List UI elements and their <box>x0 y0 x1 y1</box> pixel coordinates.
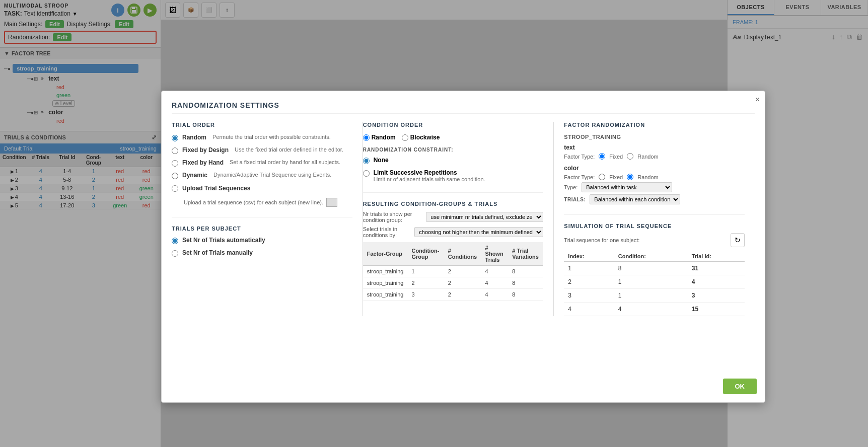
modal-overlay: × RANDOMIZATION SETTINGS TRIAL ORDER Ran… <box>0 0 868 447</box>
radio-dynamic-desc: Dynamic/Adaptive Trial Sequence using Ev… <box>213 172 331 178</box>
fr-text-type-label: Factor Type: <box>564 154 595 160</box>
radio-fixed-hand: Fixed by Hand Set a fixed trial order by… <box>172 159 352 167</box>
sim-col-condition: Condition: <box>614 251 688 262</box>
modal-close-btn[interactable]: × <box>755 95 760 104</box>
col-conditions: # Conditions <box>444 242 481 266</box>
radio-upload: Upload Trial Sequences Upload a trial se… <box>172 184 352 207</box>
radio-auto-input[interactable] <box>172 238 178 244</box>
fr-color-fixed-label: Fixed <box>609 174 623 180</box>
radio-fixed-design-label: Fixed by Design <box>182 146 229 154</box>
sim-row: 4 4 15 <box>564 303 745 316</box>
fr-color-fixed-input[interactable] <box>599 174 605 180</box>
constraint-label: RANDOMIZATION CONSTRAINT: <box>363 147 544 153</box>
fr-trials-label: TRIALS: <box>564 197 586 202</box>
randomization-modal: × RANDOMIZATION SETTINGS TRIAL ORDER Ran… <box>161 91 765 403</box>
refresh-btn[interactable]: ↻ <box>731 233 745 247</box>
condition-order-title: CONDITION ORDER <box>363 122 544 128</box>
fr-group-name: STROOP_TRAINING <box>564 134 745 140</box>
constraint-limit-label: Limit Successive Repetitions <box>374 169 485 176</box>
constraint-none-input[interactable] <box>363 158 370 164</box>
fr-factor-text-name: text <box>564 144 745 151</box>
upload-btn[interactable] <box>326 198 337 207</box>
radio-random-input[interactable] <box>172 135 178 141</box>
factor-rand-col: FACTOR RANDOMIZATION STROOP_TRAINING tex… <box>554 122 755 316</box>
result-table: Factor-Group Condition-Group # Condition… <box>363 242 544 301</box>
trials-subject-title: TRIALS PER SUBJECT <box>172 226 352 232</box>
factor-rand-title: FACTOR RANDOMIZATION <box>564 122 745 128</box>
col-factor-group: Factor-Group <box>363 242 408 266</box>
randomization-constraint: RANDOMIZATION CONSTRAINT: None Limit Suc… <box>363 147 544 182</box>
radio-dynamic-input[interactable] <box>172 173 178 179</box>
main-container: MULTIMODAL STROOP TASK: Text identificat… <box>0 0 868 447</box>
fr-type-dropdown[interactable]: Balanced within task <box>582 182 672 192</box>
fr-factor-text: text Factor Type: Fixed Random <box>564 144 745 160</box>
fr-trials-dropdown[interactable]: Balanced within each condition group <box>590 194 680 204</box>
trial-order-title: TRIAL ORDER <box>172 122 352 128</box>
fr-text-random-input[interactable] <box>627 153 633 160</box>
constraint-limit-input[interactable] <box>363 170 370 177</box>
fr-text-fixed-input[interactable] <box>599 153 605 160</box>
col-shown-trials: # Shown Trials <box>481 242 509 266</box>
radio-fixed-hand-input[interactable] <box>172 160 178 167</box>
radio-fixed-design: Fixed by Design Use the fixed trial orde… <box>172 146 352 154</box>
sim-row: 3 1 3 <box>564 289 745 303</box>
fr-text-fixed-label: Fixed <box>609 154 623 160</box>
nr-trials-label: Nr trials to show per condition group: <box>363 211 422 223</box>
radio-fixed-design-input[interactable] <box>172 147 178 154</box>
col-trial-variations: # Trial Variations <box>508 242 543 266</box>
fr-text-type-row: Factor Type: Fixed Random <box>564 153 745 160</box>
sim-title: SIMULATION OF TRIAL SEQUENCE <box>564 223 745 229</box>
radio-auto-label: Set Nr of Trials automatically <box>182 237 265 244</box>
select-trials-row: Select trials in conditions by: choosing… <box>363 226 544 238</box>
sim-row: 1 8 31 <box>564 262 745 275</box>
cond-random-input[interactable] <box>363 134 370 141</box>
modal-title: RANDOMIZATION SETTINGS <box>172 101 755 114</box>
radio-auto-trials: Set Nr of Trials automatically <box>172 237 352 244</box>
resulting-section: RESULTING CONDITION-GROUPS & TRIALS Nr t… <box>363 192 544 301</box>
fr-color-dropdown-row: Type: Balanced within task <box>564 182 745 192</box>
select-trials-select[interactable]: choosing not higher then the minimum def… <box>414 227 543 237</box>
sim-col-trial-id: Trial Id: <box>688 251 745 262</box>
fr-factor-color: color Factor Type: Fixed Random Type: <box>564 165 745 204</box>
sim-subtitle-text: Trial sequence for one subject: <box>564 237 639 243</box>
fr-color-random-label: Random <box>637 174 659 180</box>
sim-col-index: Index: <box>564 251 614 262</box>
cond-blockwise-input[interactable] <box>402 134 408 141</box>
radio-manual-trials: Set Nr of Trials manually <box>172 249 352 257</box>
constraint-none-label: None <box>374 157 389 164</box>
radio-dynamic-label: Dynamic <box>182 172 207 179</box>
trials-per-subject-section: TRIALS PER SUBJECT Set Nr of Trials auto… <box>172 217 352 257</box>
radio-random-label: Random <box>182 134 206 141</box>
trial-order-col: TRIAL ORDER Random Permute the trial ord… <box>172 122 363 316</box>
constraint-limit: Limit Successive Repetitions Limit nr of… <box>363 169 544 182</box>
factor-rand-section: STROOP_TRAINING text Factor Type: Fixed … <box>564 134 745 204</box>
radio-random: Random Permute the trial order with poss… <box>172 134 352 141</box>
fr-trials-row: TRIALS: Balanced within each condition g… <box>564 194 745 204</box>
cond-random-label: Random <box>372 134 396 141</box>
ok-btn[interactable]: OK <box>723 379 757 394</box>
fr-color-type-row: Factor Type: Fixed Random <box>564 174 745 180</box>
result-row: stroop_training 3 2 4 8 <box>363 289 544 301</box>
radio-dynamic: Dynamic Dynamic/Adaptive Trial Sequence … <box>172 172 352 179</box>
fr-color-type-label: Factor Type: <box>564 174 595 180</box>
sim-subtitle: Trial sequence for one subject: ↻ <box>564 233 745 247</box>
fr-color-random-input[interactable] <box>627 174 633 180</box>
radio-random-desc: Permute the trial order with possible co… <box>212 134 331 140</box>
result-row: stroop_training 1 2 4 8 <box>363 266 544 277</box>
nr-trials-select[interactable]: use minimum nr trials defined, exclude z… <box>426 212 543 222</box>
radio-fixed-hand-label: Fixed by Hand <box>182 159 224 166</box>
select-trials-label: Select trials in conditions by: <box>363 226 411 238</box>
cond-blockwise-label: Blockwise <box>410 134 440 141</box>
condition-order-radios: Random Blockwise <box>363 134 544 141</box>
radio-fixed-hand-desc: Set a fixed trial order by hand for all … <box>230 159 340 165</box>
fr-type-dropdown-label: Type: <box>564 184 577 190</box>
radio-manual-label: Set Nr of Trials manually <box>182 249 253 256</box>
radio-upload-input[interactable] <box>172 185 178 192</box>
radio-manual-input[interactable] <box>172 250 178 257</box>
condition-order-col: CONDITION ORDER Random Blockwise RANDOMI… <box>363 122 554 316</box>
modal-columns: TRIAL ORDER Random Permute the trial ord… <box>172 122 755 316</box>
col-cond-group: Condition-Group <box>407 242 444 266</box>
sim-row: 2 1 4 <box>564 275 745 289</box>
simulation-section: SIMULATION OF TRIAL SEQUENCE Trial seque… <box>564 214 745 316</box>
radio-fixed-design-desc: Use the fixed trial order defined in the… <box>235 146 343 153</box>
